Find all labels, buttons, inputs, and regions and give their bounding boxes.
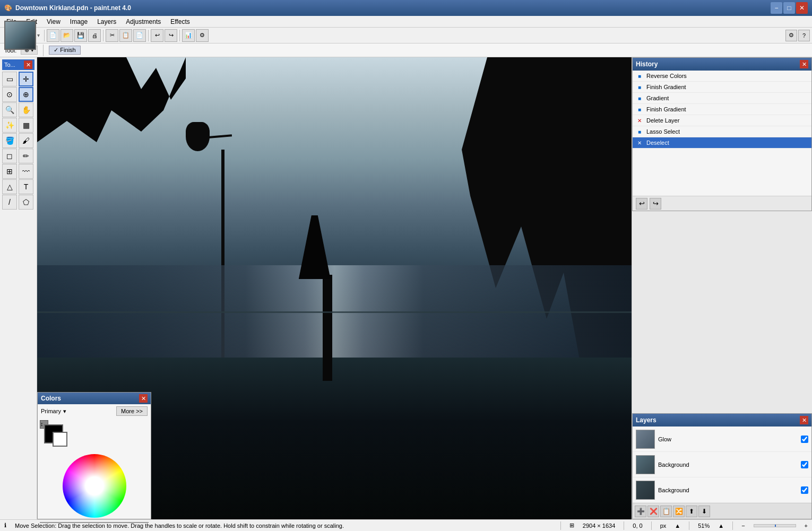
maximize-button[interactable]: □ (783, 2, 795, 14)
magic-wand-tool[interactable]: ✨ (2, 118, 17, 133)
layers-title: Layers (636, 416, 656, 424)
close-button[interactable]: ✕ (796, 2, 808, 14)
history-item-gradient[interactable]: ■ Gradient (633, 93, 811, 104)
zoom-in-btn[interactable]: + (805, 523, 808, 529)
layer-background-2-name: Background (658, 487, 798, 493)
zoom-tool[interactable]: 🔍 (2, 102, 17, 117)
save-button[interactable]: 💾 (74, 29, 87, 42)
finish-button[interactable]: ✓ Finish (49, 46, 80, 55)
history-item-finish-gradient-1[interactable]: ■ Finish Gradient (633, 82, 811, 93)
layer-background-2[interactable]: Background (633, 477, 811, 503)
menu-effects[interactable]: Effects (166, 16, 194, 27)
text-tool[interactable]: T (19, 179, 33, 194)
redo-button[interactable]: ↪ (165, 29, 177, 42)
sculpture-pole (323, 275, 332, 381)
color-spectrum[interactable] (40, 522, 149, 523)
gradient-tool[interactable]: ▦ (19, 118, 33, 133)
colors-more-button[interactable]: More >> (116, 406, 148, 416)
horizon-line (37, 311, 632, 313)
zoom-slider[interactable] (754, 524, 796, 527)
tools-panel-close[interactable]: ✕ (24, 60, 32, 69)
layer-background-2-visibility[interactable] (801, 486, 808, 494)
print-button[interactable]: 🖨 (88, 29, 101, 42)
status-sep-3 (651, 521, 652, 530)
secondary-color-swatch[interactable] (53, 432, 67, 447)
rectangle-select-tool[interactable]: ▭ (2, 72, 17, 86)
clone-tool[interactable]: ⊞ (2, 164, 17, 179)
history-panel-close[interactable]: ✕ (800, 60, 808, 68)
history-item-delete-layer[interactable]: ✕ Delete Layer (633, 115, 811, 126)
toolbar-settings-right[interactable]: ⚙ (785, 30, 797, 41)
move-selection-tool[interactable]: ⊕ (19, 87, 33, 102)
menu-view[interactable]: View (42, 16, 65, 27)
history-undo-btn[interactable]: ↩ (636, 198, 647, 210)
move-layer-down-btn[interactable]: ⬇ (698, 506, 710, 517)
colors-primary-dropdown[interactable]: Primary ▾ (41, 408, 66, 415)
layer-background-1-visibility[interactable] (801, 461, 808, 468)
layer-glow[interactable]: Glow (633, 426, 811, 452)
smudge-tool[interactable]: 〰 (19, 164, 33, 179)
tools-panel: To... ✕ ▭ ✛ ⊙ ⊕ 🔍 ✋ ✨ ▦ 🪣 🖌 ◻ ✏ ⊞ 〰 △ T … (0, 57, 37, 519)
history-item-deselect[interactable]: ✕ Deselect (633, 137, 811, 149)
eraser-tool[interactable]: ◻ (2, 149, 17, 163)
history-redo-btn[interactable]: ↪ (650, 198, 661, 210)
add-layer-btn[interactable]: ➕ (635, 506, 646, 517)
paint-bucket-tool[interactable]: 🪣 (2, 133, 17, 148)
line-tool[interactable]: / (2, 195, 17, 210)
menu-image[interactable]: Image (66, 16, 92, 27)
custom-shape-tool[interactable]: ⬠ (19, 195, 33, 210)
status-unit-arrow-up[interactable]: ▲ (675, 523, 680, 529)
menu-adjustments[interactable]: Adjustments (122, 16, 165, 27)
toolbar-help-right[interactable]: ? (798, 30, 810, 41)
settings-button[interactable]: ⚙ (196, 29, 209, 42)
dropdown-arrow[interactable]: ▾ (63, 408, 66, 415)
layer-glow-visibility[interactable] (801, 436, 808, 443)
history-list[interactable]: ■ Reverse Colors ■ Finish Gradient ■ Gra… (633, 71, 811, 196)
layer-background-2-thumb (636, 481, 655, 500)
open-button[interactable]: 📂 (61, 29, 73, 42)
history-label: Reverse Colors (646, 73, 687, 79)
histogram-button[interactable]: 📊 (182, 29, 195, 42)
merge-layer-btn[interactable]: 🔀 (673, 506, 685, 517)
brush-tool[interactable]: 🖌 (19, 133, 33, 148)
cut-button[interactable]: ✂ (106, 29, 118, 42)
history-item-reverse-colors[interactable]: ■ Reverse Colors (633, 71, 811, 82)
history-item-lasso-select[interactable]: ■ Lasso Select (633, 126, 811, 137)
layers-panel-footer: ➕ ❌ 📋 🔀 ⬆ ⬇ (633, 503, 811, 519)
duplicate-layer-btn[interactable]: 📋 (660, 506, 672, 517)
history-icon-blue-4: ■ (636, 106, 643, 113)
pencil-tool[interactable]: ✏ (19, 149, 33, 163)
move-tool[interactable]: ✛ (19, 72, 33, 86)
document-thumbnail[interactable] (4, 21, 36, 50)
minimize-button[interactable]: − (771, 2, 782, 14)
copy-button[interactable]: 📋 (119, 29, 132, 42)
zoom-out-btn[interactable]: − (741, 523, 745, 529)
swatch-container: ↕ (40, 420, 74, 450)
move-layer-up-btn[interactable]: ⬆ (686, 506, 697, 517)
status-zoom-arrow-up[interactable]: ▲ (718, 523, 724, 529)
toolbar-separator-1 (44, 30, 45, 41)
tools-panel-title: To... ✕ (2, 59, 34, 70)
colors-panel-close[interactable]: ✕ (139, 394, 148, 403)
title-bar-controls[interactable]: − □ ✕ (771, 2, 808, 14)
undo-button[interactable]: ↩ (151, 29, 163, 42)
document-thumbnail-area: ▾ (2, 21, 42, 50)
lasso-select-tool[interactable]: ⊙ (2, 87, 17, 102)
colors-title: Colors (41, 395, 61, 402)
status-hint: Move Selection: Drag the selection to mo… (15, 523, 552, 529)
layers-list[interactable]: Glow Background Background (633, 426, 811, 503)
layer-background-1[interactable]: Background (633, 452, 811, 477)
delete-layer-btn[interactable]: ❌ (647, 506, 659, 517)
shapes-tool[interactable]: △ (2, 179, 17, 194)
status-zoom: 51% (698, 523, 710, 529)
color-wheel-container (38, 452, 151, 520)
history-item-finish-gradient-2[interactable]: ■ Finish Gradient (633, 104, 811, 115)
layers-panel-close[interactable]: ✕ (800, 416, 808, 424)
thumbnail-arrow[interactable]: ▾ (37, 32, 40, 38)
new-button[interactable]: 📄 (47, 29, 59, 42)
history-panel-footer: ↩ ↪ (633, 196, 811, 211)
menu-layers[interactable]: Layers (93, 16, 120, 27)
paste-button[interactable]: 📄 (133, 29, 146, 42)
pan-tool[interactable]: ✋ (19, 102, 33, 117)
color-wheel[interactable] (63, 454, 126, 518)
